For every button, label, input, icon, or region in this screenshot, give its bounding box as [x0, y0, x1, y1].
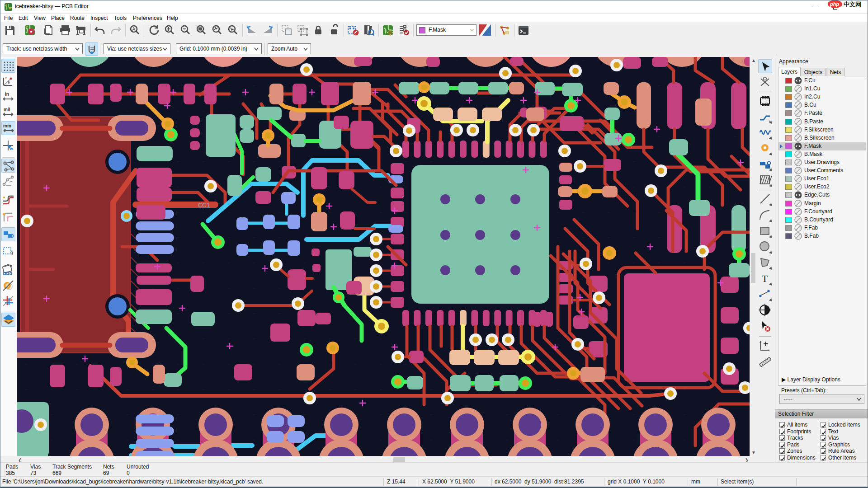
svg-text:mil: mil — [4, 107, 10, 112]
svg-text:r: r — [5, 76, 7, 80]
svg-text:θ: θ — [8, 80, 10, 84]
svg-text:T: T — [762, 273, 768, 284]
svg-text:in: in — [5, 92, 9, 97]
svg-text:中文网: 中文网 — [844, 1, 861, 8]
svg-text:CC1: CC1 — [198, 202, 210, 210]
svg-text:php: php — [830, 1, 839, 7]
svg-text:mm: mm — [3, 123, 11, 128]
svg-text:A: A — [132, 27, 136, 32]
